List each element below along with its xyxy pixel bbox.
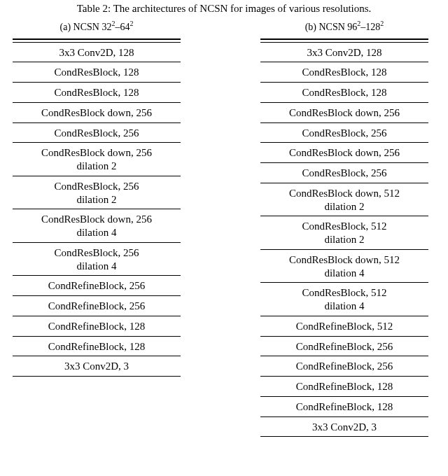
arch-row: CondRefineBlock, 128 [13, 316, 181, 337]
arch-row: CondResBlock down, 512dilation 2 [260, 183, 428, 217]
subcaption-right-sup-a: 2 [357, 20, 360, 27]
arch-row: CondResBlock, 512dilation 4 [260, 283, 428, 316]
arch-row: CondResBlock, 512dilation 2 [260, 216, 428, 250]
table-caption: Table 2: The architectures of NCSN for i… [0, 3, 448, 15]
subcaption-right: (b) NCSN 962–1282 [305, 22, 384, 33]
arch-row: 3x3 Conv2D, 3 [13, 356, 181, 377]
arch-row: CondResBlock down, 256 [260, 143, 428, 163]
subcaption-left-sup-a: 2 [111, 20, 115, 27]
arch-row: CondResBlock, 256 [260, 123, 428, 144]
caption-text: The architectures of NCSN for images of … [113, 3, 372, 14]
arch-left: 3x3 Conv2D, 128CondResBlock, 128CondResB… [13, 38, 181, 377]
arch-row: CondRefineBlock, 256 [13, 276, 181, 296]
arch-row: CondResBlock, 128 [13, 83, 181, 103]
subcaption-left: (a) NCSN 322–642 [60, 22, 134, 33]
arch-row: CondRefineBlock, 128 [260, 377, 428, 397]
arch-row: CondResBlock, 128 [260, 62, 428, 83]
arch-row: CondResBlock, 256dilation 2 [13, 176, 181, 210]
tables-row: (a) NCSN 322–642 3x3 Conv2D, 128CondResB… [0, 22, 448, 437]
subcaption-right-b: 128 [365, 22, 380, 32]
arch-row: CondRefineBlock, 256 [260, 337, 428, 357]
arch-row: CondResBlock down, 256 [13, 103, 181, 123]
arch-row: CondResBlock down, 256 [260, 103, 428, 123]
arch-row: CondRefineBlock, 512 [260, 316, 428, 337]
arch-right: 3x3 Conv2D, 128CondResBlock, 128CondResB… [260, 38, 428, 437]
subcaption-left-label: (a) NCSN [60, 22, 102, 32]
arch-row: CondResBlock, 256 [260, 163, 428, 183]
subcaption-right-label: (b) NCSN [305, 22, 348, 32]
caption-prefix: Table 2: [77, 3, 113, 14]
arch-row: 3x3 Conv2D, 128 [13, 43, 181, 63]
arch-row: CondResBlock, 256 [13, 123, 181, 144]
page: Table 2: The architectures of NCSN for i… [0, 0, 448, 437]
arch-row: CondResBlock, 256dilation 4 [13, 243, 181, 276]
arch-row: 3x3 Conv2D, 128 [260, 43, 428, 63]
table-left: (a) NCSN 322–642 3x3 Conv2D, 128CondResB… [13, 22, 181, 377]
arch-row: CondResBlock, 128 [260, 83, 428, 103]
table-right: (b) NCSN 962–1282 3x3 Conv2D, 128CondRes… [260, 22, 428, 437]
subcaption-right-sup-b: 2 [380, 20, 384, 27]
subcaption-left-sup-b: 2 [130, 20, 133, 27]
arch-row: CondResBlock down, 256dilation 4 [13, 209, 181, 243]
arch-row: CondResBlock down, 256dilation 2 [13, 143, 181, 176]
arch-row: CondResBlock, 128 [13, 62, 181, 83]
arch-row: CondRefineBlock, 128 [13, 337, 181, 357]
subcaption-left-b: 64 [120, 22, 130, 32]
subcaption-left-a: 32 [102, 22, 111, 32]
subcaption-right-a: 96 [347, 22, 357, 32]
arch-row: CondRefineBlock, 256 [260, 356, 428, 377]
arch-row: CondRefineBlock, 256 [13, 296, 181, 316]
arch-row: 3x3 Conv2D, 3 [260, 417, 428, 438]
arch-row: CondRefineBlock, 128 [260, 397, 428, 417]
arch-row: CondResBlock down, 512dilation 4 [260, 250, 428, 284]
